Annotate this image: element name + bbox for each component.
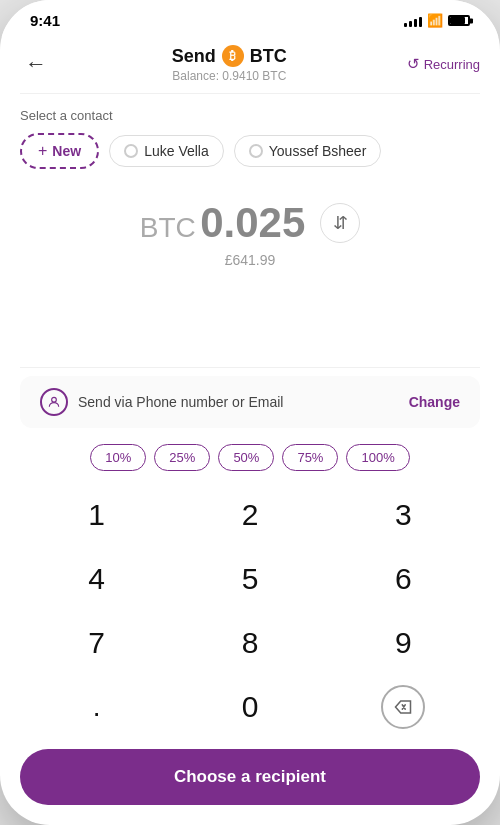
send-method-row: Send via Phone number or Email Change (20, 376, 480, 428)
choose-recipient-button[interactable]: Choose a recipient (20, 749, 480, 805)
backspace-circle (381, 685, 425, 729)
contacts-list: + New Luke Vella Youssef Bsheer (20, 133, 480, 169)
currency-label: BTC (250, 46, 287, 67)
percent-100[interactable]: 100% (346, 444, 409, 471)
amount-display: BTC 0.025 (140, 199, 306, 247)
recurring-icon: ↺ (407, 55, 420, 73)
amount-row: BTC 0.025 ⇵ (20, 199, 480, 247)
btc-icon: ₿ (222, 45, 244, 67)
key-8[interactable]: 8 (173, 611, 326, 675)
header-center: Send ₿ BTC Balance: 0.9410 BTC (172, 45, 287, 83)
key-1[interactable]: 1 (20, 483, 173, 547)
header: ← Send ₿ BTC Balance: 0.9410 BTC ↺ Recur… (0, 37, 500, 93)
plus-icon: + (38, 142, 47, 160)
send-method-text: Send via Phone number or Email (78, 394, 399, 410)
percent-75[interactable]: 75% (282, 444, 338, 471)
percent-50[interactable]: 50% (218, 444, 274, 471)
percent-25[interactable]: 25% (154, 444, 210, 471)
recurring-label: Recurring (424, 57, 480, 72)
contact-radio-youssef (249, 144, 263, 158)
key-4[interactable]: 4 (20, 547, 173, 611)
key-dot[interactable]: . (20, 675, 173, 739)
contact-luke[interactable]: Luke Vella (109, 135, 224, 167)
key-3[interactable]: 3 (327, 483, 480, 547)
keypad: 1 2 3 4 5 6 7 8 9 . 0 (0, 483, 500, 739)
divider-2 (20, 367, 480, 368)
svg-point-0 (52, 397, 57, 402)
key-2[interactable]: 2 (173, 483, 326, 547)
wifi-icon: 📶 (427, 13, 443, 28)
amount-section: BTC 0.025 ⇵ £641.99 (0, 179, 500, 367)
amount-value: 0.025 (200, 199, 305, 246)
new-label: New (52, 143, 81, 159)
swap-button[interactable]: ⇵ (320, 203, 360, 243)
contacts-section: Select a contact + New Luke Vella Yousse… (0, 94, 500, 179)
fiat-amount: £641.99 (20, 252, 480, 268)
recurring-button[interactable]: ↺ Recurring (407, 55, 480, 73)
key-9[interactable]: 9 (327, 611, 480, 675)
back-button[interactable]: ← (20, 46, 52, 82)
key-5[interactable]: 5 (173, 547, 326, 611)
header-balance: Balance: 0.9410 BTC (172, 69, 287, 83)
signal-icon (404, 15, 422, 27)
contacts-label: Select a contact (20, 108, 480, 123)
contact-radio-luke (124, 144, 138, 158)
status-time: 9:41 (30, 12, 60, 29)
battery-icon (448, 15, 470, 26)
cta-section: Choose a recipient (0, 739, 500, 825)
status-icons: 📶 (404, 13, 470, 28)
change-link[interactable]: Change (409, 394, 460, 410)
percent-row: 10% 25% 50% 75% 100% (0, 436, 500, 483)
percent-10[interactable]: 10% (90, 444, 146, 471)
contact-name-luke: Luke Vella (144, 143, 209, 159)
phone-frame: 9:41 📶 ← Send ₿ BTC Balance: 0.9410 BTC (0, 0, 500, 825)
key-0[interactable]: 0 (173, 675, 326, 739)
header-title: Send ₿ BTC (172, 45, 287, 67)
key-6[interactable]: 6 (327, 547, 480, 611)
send-label: Send (172, 46, 216, 67)
amount-currency: BTC (140, 212, 196, 243)
contact-name-youssef: Youssef Bsheer (269, 143, 367, 159)
contact-youssef[interactable]: Youssef Bsheer (234, 135, 382, 167)
key-7[interactable]: 7 (20, 611, 173, 675)
send-method-icon (40, 388, 68, 416)
key-backspace[interactable] (327, 675, 480, 739)
new-contact-button[interactable]: + New (20, 133, 99, 169)
status-bar: 9:41 📶 (0, 0, 500, 37)
